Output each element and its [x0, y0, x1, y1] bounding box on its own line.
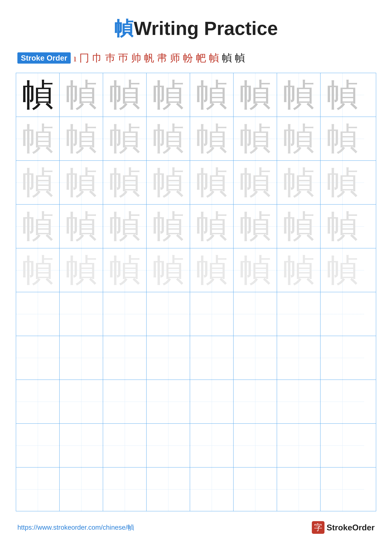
- grid-cell-8-5[interactable]: [190, 380, 234, 423]
- grid-cell-3-7[interactable]: 幀: [277, 161, 321, 204]
- grid-cell-8-4[interactable]: [147, 380, 190, 423]
- grid-cell-9-4[interactable]: [147, 424, 190, 467]
- grid-cell-4-8[interactable]: 幀: [321, 204, 364, 248]
- grid-cell-6-5[interactable]: [190, 292, 234, 336]
- grid-cell-1-7[interactable]: 幀: [277, 73, 321, 117]
- stroke-char-7: 帆: [143, 51, 156, 65]
- cell-char: 幀: [109, 211, 141, 242]
- stroke-char-3: 巾: [91, 51, 104, 65]
- grid-cell-9-5[interactable]: [190, 424, 234, 467]
- grid-cell-9-7[interactable]: [277, 424, 321, 467]
- grid-cell-5-3[interactable]: 幀: [103, 248, 147, 292]
- stroke-char-12: 幀: [208, 51, 220, 65]
- cell-char: 幀: [22, 167, 54, 198]
- grid-cell-7-3[interactable]: [103, 336, 147, 380]
- grid-cell-8-2[interactable]: [60, 380, 103, 423]
- grid-cell-10-5[interactable]: [190, 467, 234, 511]
- grid-cell-3-3[interactable]: 幀: [103, 161, 147, 204]
- cell-char: 幀: [327, 211, 358, 242]
- grid-cell-6-6[interactable]: [234, 292, 277, 336]
- grid-cell-2-4[interactable]: 幀: [147, 117, 190, 161]
- footer: https://www.strokeorder.com/chinese/幀 字 …: [16, 521, 376, 534]
- cell-char: 幀: [65, 123, 97, 154]
- grid-cell-6-3[interactable]: [103, 292, 147, 336]
- grid-cell-3-2[interactable]: 幀: [60, 161, 103, 204]
- grid-cell-1-6[interactable]: 幀: [234, 73, 277, 117]
- grid-cell-8-8[interactable]: [321, 380, 364, 423]
- cell-char: 幀: [109, 123, 141, 154]
- grid-cell-8-1[interactable]: [16, 380, 60, 423]
- grid-cell-8-7[interactable]: [277, 380, 321, 423]
- grid-cell-6-2[interactable]: [60, 292, 103, 336]
- grid-cell-10-7[interactable]: [277, 467, 321, 511]
- grid-cell-3-5[interactable]: 幀: [190, 161, 234, 204]
- grid-cell-5-8[interactable]: 幀: [321, 248, 364, 292]
- grid-cell-6-4[interactable]: [147, 292, 190, 336]
- grid-cell-7-8[interactable]: [321, 336, 364, 380]
- grid-cell-8-6[interactable]: [234, 380, 277, 423]
- grid-cell-10-1[interactable]: [16, 467, 60, 511]
- grid-cell-9-2[interactable]: [60, 424, 103, 467]
- grid-cell-7-6[interactable]: [234, 336, 277, 380]
- grid-cell-7-4[interactable]: [147, 336, 190, 380]
- grid-cell-4-3[interactable]: 幀: [103, 204, 147, 248]
- grid-cell-3-6[interactable]: 幀: [234, 161, 277, 204]
- grid-cell-9-6[interactable]: [234, 424, 277, 467]
- grid-cell-9-3[interactable]: [103, 424, 147, 467]
- grid-cell-1-8[interactable]: 幀: [321, 73, 364, 117]
- grid-cell-2-8[interactable]: 幀: [321, 117, 364, 161]
- grid-cell-10-6[interactable]: [234, 467, 277, 511]
- grid-cell-2-2[interactable]: 幀: [60, 117, 103, 161]
- grid-cell-7-7[interactable]: [277, 336, 321, 380]
- grid-cell-4-1[interactable]: 幀: [16, 204, 60, 248]
- grid-row-4: 幀 幀 幀 幀 幀 幀 幀 幀: [16, 204, 376, 248]
- grid-cell-1-1[interactable]: 幀: [16, 73, 60, 117]
- stroke-order-label: Stroke Order: [17, 52, 71, 64]
- cell-char: 幀: [239, 79, 271, 111]
- cell-char: 幀: [327, 254, 358, 286]
- grid-cell-4-4[interactable]: 幀: [147, 204, 190, 248]
- grid-cell-2-3[interactable]: 幀: [103, 117, 147, 161]
- grid-cell-3-4[interactable]: 幀: [147, 161, 190, 204]
- grid-cell-9-8[interactable]: [321, 424, 364, 467]
- grid-cell-4-7[interactable]: 幀: [277, 204, 321, 248]
- footer-url[interactable]: https://www.strokeorder.com/chinese/幀: [17, 523, 134, 532]
- cell-char: 幀: [152, 254, 184, 286]
- grid-cell-5-5[interactable]: 幀: [190, 248, 234, 292]
- grid-cell-9-1[interactable]: [16, 424, 60, 467]
- grid-cell-6-7[interactable]: [277, 292, 321, 336]
- cell-char: 幀: [152, 123, 184, 154]
- grid-cell-2-7[interactable]: 幀: [277, 117, 321, 161]
- grid-cell-6-8[interactable]: [321, 292, 364, 336]
- grid-cell-1-2[interactable]: 幀: [60, 73, 103, 117]
- grid-cell-3-8[interactable]: 幀: [321, 161, 364, 204]
- grid-cell-7-2[interactable]: [60, 336, 103, 380]
- grid-cell-1-3[interactable]: 幀: [103, 73, 147, 117]
- grid-cell-7-5[interactable]: [190, 336, 234, 380]
- grid-cell-4-2[interactable]: 幀: [60, 204, 103, 248]
- grid-cell-10-3[interactable]: [103, 467, 147, 511]
- grid-cell-5-4[interactable]: 幀: [147, 248, 190, 292]
- grid-cell-3-1[interactable]: 幀: [16, 161, 60, 204]
- grid-cell-8-3[interactable]: [103, 380, 147, 423]
- cell-char: 幀: [239, 123, 271, 154]
- grid-cell-6-1[interactable]: [16, 292, 60, 336]
- grid-cell-5-2[interactable]: 幀: [60, 248, 103, 292]
- grid-cell-5-7[interactable]: 幀: [277, 248, 321, 292]
- grid-cell-4-6[interactable]: 幀: [234, 204, 277, 248]
- grid-cell-7-1[interactable]: [16, 336, 60, 380]
- cell-char: 幀: [65, 254, 97, 286]
- grid-cell-10-2[interactable]: [60, 467, 103, 511]
- footer-logo: 字 StrokeOrder: [312, 521, 375, 534]
- grid-cell-10-8[interactable]: [321, 467, 364, 511]
- grid-cell-2-6[interactable]: 幀: [234, 117, 277, 161]
- grid-cell-2-1[interactable]: 幀: [16, 117, 60, 161]
- grid-cell-10-4[interactable]: [147, 467, 190, 511]
- cell-char: 幀: [239, 211, 271, 242]
- grid-cell-1-4[interactable]: 幀: [147, 73, 190, 117]
- grid-cell-5-6[interactable]: 幀: [234, 248, 277, 292]
- grid-cell-5-1[interactable]: 幀: [16, 248, 60, 292]
- grid-cell-1-5[interactable]: 幀: [190, 73, 234, 117]
- grid-cell-4-5[interactable]: 幀: [190, 204, 234, 248]
- grid-cell-2-5[interactable]: 幀: [190, 117, 234, 161]
